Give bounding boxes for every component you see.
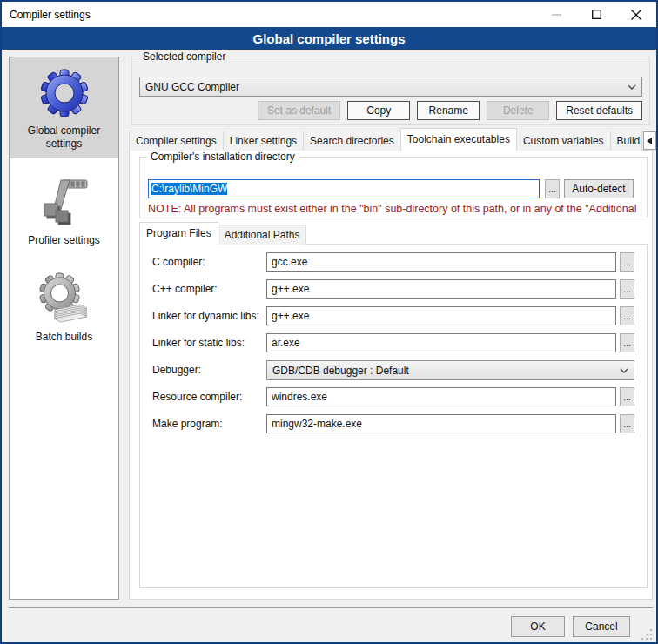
debugger-row: Debugger: GDB/CDB debugger : Default [140, 360, 647, 380]
dynamic-linker-row: Linker for dynamic libs: ... [140, 306, 647, 326]
program-files-panel: C compiler: ... C++ compiler: ... Linker… [139, 244, 648, 588]
tab-linker-settings[interactable]: Linker settings [223, 131, 304, 151]
tab-custom-variables[interactable]: Custom variables [516, 131, 611, 151]
static-linker-row: Linker for static libs: ... [140, 333, 647, 353]
sidebar: Global compiler settings [9, 57, 119, 600]
maximize-button[interactable] [576, 2, 616, 27]
selected-compiler-legend: Selected compiler [139, 50, 229, 63]
window-controls [536, 2, 656, 27]
gear-stack-icon [37, 272, 92, 327]
rename-button[interactable]: Rename [417, 101, 480, 120]
cpp-compiler-input[interactable] [266, 279, 616, 299]
make-program-input[interactable] [266, 414, 616, 433]
sidebar-item-global-compiler-settings[interactable]: Global compiler settings [10, 57, 118, 158]
arrow-left-icon [647, 138, 652, 144]
browse-directory-button[interactable]: ... [545, 179, 560, 198]
toolchain-executables-panel: Compiler's installation directory C:\ray… [129, 150, 653, 600]
debugger-combobox[interactable]: GDB/CDB debugger : Default [266, 360, 634, 380]
field-label: Linker for static libs: [152, 333, 245, 353]
subtab-program-files[interactable]: Program Files [139, 222, 218, 245]
reset-defaults-button[interactable]: Reset defaults [556, 101, 642, 120]
compiler-settings-dialog: Compiler settings Global compiler settin… [0, 0, 658, 644]
auto-detect-button[interactable]: Auto-detect [564, 179, 634, 198]
installation-directory-legend: Compiler's installation directory [147, 151, 299, 163]
c-compiler-browse-button[interactable]: ... [620, 252, 634, 272]
resource-compiler-row: Resource compiler: ... [140, 387, 647, 407]
sidebar-item-batch-builds[interactable]: Batch builds [10, 264, 118, 352]
tab-scroll-left-button[interactable] [643, 131, 656, 150]
field-label: Resource compiler: [152, 387, 242, 407]
dialog-content: Global compiler settings [2, 50, 656, 642]
sidebar-item-label: Global compiler settings [12, 124, 116, 151]
installation-directory-group: Compiler's installation directory C:\ray… [139, 157, 648, 218]
sidebar-item-label: Batch builds [12, 331, 116, 344]
chevron-down-icon [628, 84, 636, 90]
subtab-additional-paths[interactable]: Additional Paths [218, 225, 307, 245]
maximize-icon [592, 10, 601, 19]
chevron-down-icon [620, 368, 628, 373]
c-compiler-input[interactable] [266, 252, 616, 272]
bin-subdirectory-note: NOTE: All programs must exist either in … [148, 203, 644, 215]
minimize-button[interactable] [536, 2, 576, 27]
resource-compiler-browse-button[interactable]: ... [620, 387, 634, 406]
field-label: Make program: [152, 414, 223, 434]
minimize-icon [552, 10, 561, 19]
compiler-combobox[interactable]: GNU GCC Compiler [139, 77, 642, 97]
selected-compiler-group: Selected compiler GNU GCC Compiler Set a… [131, 57, 650, 125]
resize-grip[interactable] [641, 629, 652, 640]
sidebar-item-profiler-settings[interactable]: Profiler settings [10, 167, 118, 255]
c-compiler-row: C compiler: ... [140, 252, 647, 272]
sidebar-item-label: Profiler settings [12, 234, 116, 247]
tab-search-directories[interactable]: Search directories [303, 131, 401, 151]
cpp-compiler-row: C++ compiler: ... [140, 279, 647, 299]
field-label: C++ compiler: [152, 279, 218, 299]
dynamic-linker-browse-button[interactable]: ... [620, 306, 634, 325]
static-linker-browse-button[interactable]: ... [620, 333, 634, 352]
delete-button[interactable]: Delete [487, 101, 549, 120]
static-linker-input[interactable] [266, 333, 616, 352]
resource-compiler-input[interactable] [266, 387, 616, 406]
installation-directory-input[interactable]: C:\raylib\MinGW [148, 179, 540, 198]
tab-compiler-settings[interactable]: Compiler settings [129, 131, 224, 151]
cpp-compiler-browse-button[interactable]: ... [620, 279, 634, 299]
copy-button[interactable]: Copy [347, 101, 410, 120]
field-label: Debugger: [152, 360, 201, 380]
ok-button[interactable]: OK [511, 616, 565, 637]
close-button[interactable] [616, 2, 656, 27]
dynamic-linker-input[interactable] [266, 306, 616, 325]
set-as-default-button[interactable]: Set as default [258, 101, 340, 120]
gear-blue-icon [37, 65, 92, 121]
compiler-actions: Set as default Copy Rename Delete Reset … [258, 101, 642, 120]
footer-divider [9, 607, 653, 608]
make-program-row: Make program: ... [140, 414, 647, 434]
cancel-button[interactable]: Cancel [573, 616, 630, 637]
tab-scroll-right-button[interactable] [655, 131, 658, 150]
page-title: Global compiler settings [2, 27, 656, 50]
window-title: Compiler settings [10, 9, 91, 21]
titlebar: Compiler settings [2, 2, 656, 27]
tab-scroll-buttons [643, 131, 658, 151]
make-program-browse-button[interactable]: ... [620, 414, 634, 433]
compiler-combobox-value: GNU GCC Compiler [145, 81, 624, 93]
field-label: Linker for dynamic libs: [152, 306, 259, 326]
caliper-icon [37, 175, 92, 231]
tab-build-options[interactable]: Build [610, 131, 642, 151]
installation-directory-value: C:\raylib\MinGW [151, 183, 227, 195]
close-icon [631, 10, 641, 20]
debugger-combobox-value: GDB/CDB debugger : Default [272, 365, 616, 377]
tab-toolchain-executables[interactable]: Toolchain executables [400, 128, 517, 151]
program-files-tabstrip: Program Files Additional Paths [139, 223, 306, 245]
field-label: C compiler: [152, 252, 205, 272]
settings-tabstrip: Compiler settings Linker settings Search… [129, 128, 658, 151]
